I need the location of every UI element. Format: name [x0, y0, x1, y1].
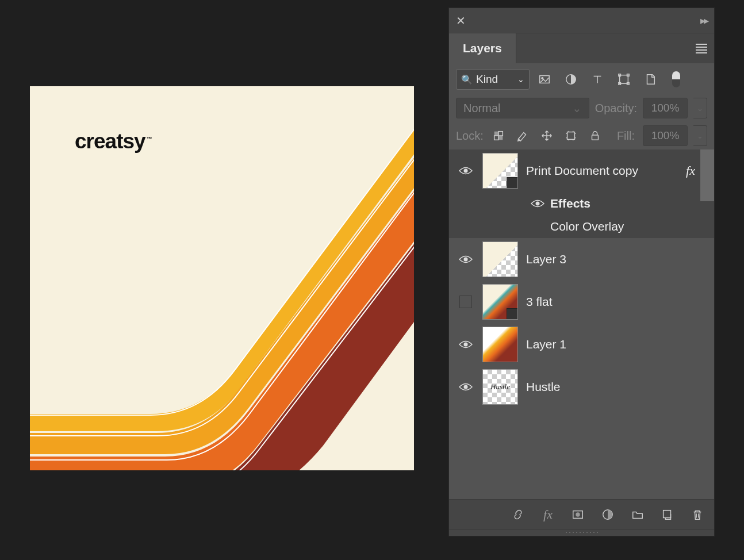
tab-label: Layers — [463, 41, 502, 55]
filter-row: 🔍 Kind ⌄ — [449, 63, 714, 94]
layer-thumbnail[interactable] — [482, 327, 518, 362]
smart-object-badge — [507, 177, 518, 189]
opacity-input[interactable]: 100% — [643, 98, 688, 118]
layer-thumbnail[interactable] — [482, 241, 518, 277]
logo-text: creatsy — [75, 129, 145, 153]
blend-mode-value: Normal — [463, 102, 500, 115]
chevron-down-icon: ⌄ — [517, 75, 524, 84]
search-icon: 🔍 — [461, 74, 473, 85]
visibility-toggle[interactable] — [455, 166, 477, 175]
panel-tabs: Layers — [449, 33, 714, 63]
effect-item-label: Color Overlay — [550, 220, 624, 233]
filter-adjustment-icon[interactable] — [564, 72, 578, 86]
filter-pixel-icon[interactable] — [538, 72, 551, 86]
blend-row: Normal ⌄ Opacity: 100% ⌄ — [449, 94, 714, 122]
filter-kind-dropdown[interactable]: 🔍 Kind ⌄ — [456, 69, 530, 90]
layer-thumbnail[interactable]: Hustle — [482, 369, 518, 405]
layer-row[interactable]: Hustle Hustle — [449, 366, 714, 408]
lock-transparency-icon[interactable] — [492, 129, 505, 143]
lock-label: Lock: — [456, 129, 484, 143]
layers-panel: ✕ ▸▸ Layers 🔍 Kind ⌄ — [448, 7, 715, 536]
hidden-box-icon — [459, 296, 472, 308]
scrollbar-thumb[interactable] — [700, 149, 714, 201]
eye-icon — [459, 255, 473, 264]
svg-point-18 — [464, 385, 468, 389]
document-canvas[interactable]: creatsy™ — [30, 86, 414, 470]
filter-toggle[interactable] — [672, 71, 680, 87]
filter-type-icon[interactable] — [590, 72, 604, 86]
layer-name[interactable]: Print Document copy — [526, 164, 638, 178]
svg-point-16 — [464, 258, 468, 262]
menu-icon — [696, 44, 707, 53]
svg-rect-13 — [592, 135, 598, 140]
fx-badge[interactable]: fx — [686, 163, 695, 178]
layer-list[interactable]: Print Document copy fx ⌃ Effects Color O… — [449, 149, 714, 499]
svg-point-1 — [542, 78, 543, 79]
layer-style-icon[interactable]: fx — [540, 507, 555, 522]
lock-position-icon[interactable] — [540, 129, 554, 143]
filter-shape-icon[interactable] — [617, 72, 631, 86]
layer-row[interactable]: Print Document copy fx ⌃ — [449, 149, 714, 192]
svg-point-15 — [536, 202, 540, 206]
svg-rect-9 — [498, 136, 503, 140]
layer-name[interactable]: Hustle — [526, 380, 561, 394]
layer-name[interactable]: 3 flat — [526, 295, 553, 309]
lock-icons — [492, 129, 602, 143]
resize-grip[interactable] — [449, 529, 714, 536]
layer-row[interactable]: Layer 1 — [449, 323, 714, 366]
canvas-logo: creatsy™ — [75, 129, 152, 154]
fill-label: Fill: — [617, 129, 635, 143]
opacity-label: Opacity: — [595, 102, 637, 115]
panel-body: 🔍 Kind ⌄ Normal ⌄ Opacity: 100% ⌄ — [449, 63, 714, 536]
layer-mask-icon[interactable] — [570, 507, 585, 522]
lock-artboard-icon[interactable] — [564, 129, 578, 143]
lock-row: Lock: Fill: 100% ⌄ — [449, 122, 714, 149]
effect-item-row[interactable]: Color Overlay — [449, 215, 714, 238]
adjustment-layer-icon[interactable] — [600, 507, 615, 522]
close-icon[interactable]: ✕ — [456, 14, 466, 28]
layer-thumbnail[interactable] — [482, 153, 518, 189]
lock-pixels-icon[interactable] — [516, 129, 530, 143]
panel-titlebar[interactable]: ✕ ▸▸ — [449, 8, 714, 33]
layer-row[interactable]: Layer 3 — [449, 238, 714, 281]
logo-tm: ™ — [147, 136, 152, 142]
svg-point-20 — [576, 512, 580, 516]
effects-label: Effects — [550, 197, 590, 210]
eye-icon — [459, 340, 473, 349]
kind-label: Kind — [476, 73, 498, 86]
svg-rect-22 — [664, 510, 671, 517]
opacity-chevron[interactable]: ⌄ — [693, 98, 707, 118]
svg-point-17 — [464, 343, 468, 347]
link-layers-icon[interactable] — [511, 507, 526, 522]
smart-object-badge — [507, 308, 518, 320]
collapse-icon[interactable]: ▸▸ — [700, 14, 707, 27]
fill-input[interactable]: 100% — [643, 125, 688, 146]
visibility-toggle[interactable] — [455, 255, 477, 264]
layer-thumbnail[interactable] — [482, 284, 518, 320]
svg-rect-10 — [498, 132, 503, 136]
filter-smartobject-icon[interactable] — [643, 72, 657, 86]
layer-name[interactable]: Layer 3 — [526, 252, 566, 266]
effects-row[interactable]: Effects — [449, 192, 714, 215]
blend-mode-dropdown[interactable]: Normal ⌄ — [456, 98, 589, 118]
new-group-icon[interactable] — [630, 507, 645, 522]
layer-name[interactable]: Layer 1 — [526, 337, 566, 351]
svg-rect-11 — [494, 136, 498, 140]
visibility-toggle[interactable] — [455, 382, 477, 392]
filter-type-icons — [538, 71, 680, 87]
trash-icon[interactable] — [690, 507, 705, 522]
chevron-down-icon: ⌄ — [572, 101, 582, 115]
eye-icon — [459, 382, 473, 392]
svg-rect-8 — [494, 132, 498, 136]
tab-layers[interactable]: Layers — [449, 33, 516, 63]
fill-chevron[interactable]: ⌄ — [693, 125, 707, 146]
visibility-toggle[interactable] — [455, 296, 477, 308]
panel-menu-button[interactable] — [696, 33, 714, 63]
visibility-toggle[interactable] — [455, 340, 477, 349]
lock-all-icon[interactable] — [588, 129, 602, 143]
new-layer-icon[interactable] — [660, 507, 675, 522]
layer-row[interactable]: 3 flat — [449, 281, 714, 323]
eye-icon — [459, 166, 473, 175]
eye-icon[interactable] — [531, 199, 544, 208]
svg-point-14 — [464, 169, 468, 173]
